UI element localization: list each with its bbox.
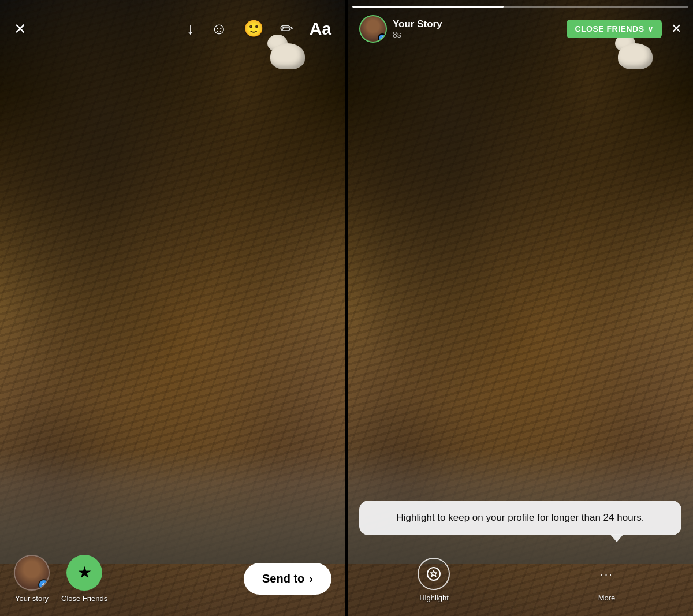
sticker-face-icon[interactable]: ☺ xyxy=(211,21,228,37)
draw-icon[interactable]: ✏ xyxy=(280,21,293,37)
close-friends-item[interactable]: ★ Close Friends xyxy=(61,555,107,603)
close-friends-btn-label: CLOSE FRIENDS xyxy=(575,24,644,33)
bottom-bar-left: + Your story ★ Close Friends Send to › xyxy=(0,541,345,616)
more-icon: ··· xyxy=(590,558,623,590)
sticker-add-icon[interactable]: 🙂 xyxy=(244,21,264,37)
top-bar-left: ✕ ↓ ☺ 🙂 ✏ Aa xyxy=(0,0,345,46)
story-duration: 8s xyxy=(393,30,442,39)
send-to-label: Send to xyxy=(262,572,304,585)
left-panel: ✕ ↓ ☺ 🙂 ✏ Aa + Your story ★ Close Friend… xyxy=(0,0,345,616)
story-progress-bar xyxy=(352,6,688,8)
bg-cat-body-right xyxy=(618,43,653,69)
avatar-plus-icon: + xyxy=(38,579,50,591)
your-story-avatar: + xyxy=(14,555,50,591)
your-story-item[interactable]: + Your story xyxy=(14,555,50,603)
more-dots-icon: ··· xyxy=(600,568,613,581)
story-title-group: Your Story 8s xyxy=(393,18,442,39)
highlight-tooltip: Highlight to keep on your profile for lo… xyxy=(359,501,681,535)
more-action[interactable]: ··· More xyxy=(520,558,693,602)
close-friends-dropdown-icon: ∨ xyxy=(647,24,654,33)
send-to-button[interactable]: Send to › xyxy=(244,563,331,595)
bg-cat-body xyxy=(270,43,305,69)
story-title: Your Story xyxy=(393,18,442,30)
story-avatar-plus-small: + xyxy=(378,33,387,43)
story-avatar-small: + xyxy=(359,15,387,43)
right-panel: + Your Story 8s CLOSE FRIENDS ∨ ✕ Highli… xyxy=(348,0,693,616)
text-tool-button[interactable]: Aa xyxy=(310,19,331,39)
close-friends-icon: ★ xyxy=(66,555,102,591)
more-label: More xyxy=(598,593,616,602)
bottom-bar-right: Highlight ··· More xyxy=(348,541,693,616)
send-to-arrow: › xyxy=(309,572,313,585)
highlight-label: Highlight xyxy=(419,593,449,602)
close-friends-button[interactable]: CLOSE FRIENDS ∨ xyxy=(567,20,662,38)
close-button-right[interactable]: ✕ xyxy=(671,21,681,36)
progress-fill xyxy=(352,6,504,8)
your-story-label: Your story xyxy=(15,594,49,603)
highlight-icon xyxy=(418,558,450,590)
tooltip-text: Highlight to keep on your profile for lo… xyxy=(396,512,644,523)
close-button-left[interactable]: ✕ xyxy=(14,21,27,36)
download-icon[interactable]: ↓ xyxy=(187,21,195,37)
story-user-info: + Your Story 8s xyxy=(359,15,567,43)
highlight-action[interactable]: Highlight xyxy=(348,558,520,602)
svg-point-0 xyxy=(427,568,440,580)
close-friends-label: Close Friends xyxy=(61,594,107,603)
